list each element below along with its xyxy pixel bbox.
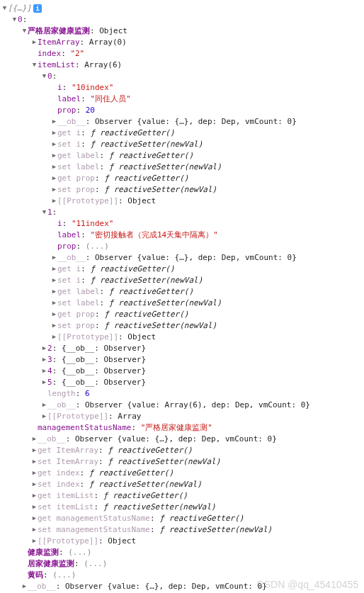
object-accessor[interactable]: get index: ƒ reactiveGetter() <box>1 468 364 479</box>
object-ob[interactable]: __ob__: Observer {value: {…}, dep: Dep, … <box>1 434 364 445</box>
disclosure-triangle-icon[interactable] <box>41 410 47 422</box>
item-accessor[interactable]: get prop: ƒ reactiveGetter() <box>1 173 364 184</box>
disclosure-triangle-icon[interactable] <box>31 501 38 512</box>
item-prop: prop: 20 <box>1 105 364 116</box>
object-accessor[interactable]: set managementStatusName: ƒ reactiveSett… <box>1 524 364 536</box>
disclosure-triangle-icon[interactable] <box>51 308 57 320</box>
disclosure-triangle-icon[interactable] <box>41 376 47 388</box>
disclosure-triangle-icon[interactable] <box>31 59 38 70</box>
disclosure-triangle-icon[interactable] <box>51 172 57 183</box>
prop-index: index: "2" <box>1 48 364 60</box>
itemlist-ob[interactable]: __ob__: Observer {value: Array(6), dep: … <box>1 400 364 411</box>
item-ob[interactable]: __ob__: Observer {value: {…}, dep: Dep, … <box>1 252 364 264</box>
disclosure-triangle-icon[interactable] <box>51 195 57 206</box>
item-accessor[interactable]: get i: ƒ reactiveGetter() <box>1 128 364 139</box>
disclosure-triangle-icon[interactable] <box>31 490 38 501</box>
item-accessor[interactable]: get label: ƒ reactiveGetter() <box>1 286 364 298</box>
disclosure-triangle-icon[interactable] <box>51 286 57 297</box>
disclosure-triangle-icon[interactable] <box>51 263 57 274</box>
object-accessor[interactable]: set itemList: ƒ reactiveSetter(newVal) <box>1 502 364 513</box>
disclosure-triangle-icon[interactable] <box>31 36 38 47</box>
disclosure-triangle-icon[interactable] <box>51 127 57 138</box>
disclosure-triangle-icon[interactable] <box>41 70 47 81</box>
item-ob[interactable]: __ob__: Observer {value: {…}, dep: Dep, … <box>1 116 364 128</box>
item-accessor[interactable]: set label: ƒ reactiveSetter(newVal) <box>1 162 364 173</box>
info-icon[interactable]: i <box>33 4 42 13</box>
itemlist-length: length: 6 <box>1 388 364 400</box>
item-accessor[interactable]: get label: ƒ reactiveGetter() <box>1 150 364 162</box>
item-accessor[interactable]: get prop: ƒ reactiveGetter() <box>1 309 364 320</box>
disclosure-triangle-icon[interactable] <box>51 161 57 172</box>
console-object-tree: [{…}]i0:严格居家健康监测: ObjectItemArray: Array… <box>1 3 364 592</box>
object-prototype[interactable]: [[Prototype]]: Object <box>1 536 364 547</box>
disclosure-triangle-icon[interactable] <box>31 444 38 456</box>
disclosure-triangle-icon[interactable] <box>31 456 38 467</box>
prop-managementstatusname: managementStatusName: "严格居家健康监测" <box>1 422 364 434</box>
sibling-getter[interactable]: 居家健康监测: (...) <box>1 558 364 570</box>
item-label: label: "同住人员" <box>1 94 364 105</box>
disclosure-triangle-icon[interactable] <box>51 115 57 127</box>
itemlist-index-2[interactable]: 2: {__ob__: Observer} <box>1 343 364 354</box>
itemlist-index-5[interactable]: 5: {__ob__: Observer} <box>1 377 364 388</box>
object-accessor[interactable]: set index: ƒ reactiveSetter(newVal) <box>1 479 364 490</box>
array-index-0[interactable]: 0: <box>1 14 364 26</box>
item-prototype[interactable]: [[Prototype]]: Object <box>1 332 364 343</box>
item-accessor[interactable]: set label: ƒ reactiveSetter(newVal) <box>1 298 364 309</box>
disclosure-triangle-icon[interactable] <box>51 183 57 195</box>
item-accessor[interactable]: set i: ƒ reactiveSetter(newVal) <box>1 139 364 150</box>
disclosure-triangle-icon[interactable] <box>51 331 57 342</box>
itemlist-index-3[interactable]: 3: {__ob__: Observer} <box>1 354 364 366</box>
disclosure-triangle-icon[interactable] <box>41 206 47 218</box>
disclosure-triangle-icon[interactable] <box>51 297 57 308</box>
disclosure-triangle-icon[interactable] <box>31 433 38 444</box>
disclosure-triangle-icon[interactable] <box>41 354 47 365</box>
item-prop[interactable]: prop: (...) <box>1 241 364 252</box>
sibling-getter[interactable]: 健康监测: (...) <box>1 547 364 558</box>
disclosure-triangle-icon[interactable] <box>31 524 38 535</box>
disclosure-triangle-icon[interactable] <box>21 580 28 592</box>
watermark: CSDN @qq_45410455 <box>257 579 358 590</box>
itemlist-index-0[interactable]: 0: <box>1 71 364 82</box>
disclosure-triangle-icon[interactable] <box>51 252 57 263</box>
itemlist-prototype[interactable]: [[Prototype]]: Array <box>1 411 364 422</box>
item-i: i: "10index" <box>1 82 364 94</box>
object-accessor[interactable]: get ItemArray: ƒ reactiveGetter() <box>1 445 364 456</box>
item-i: i: "11index" <box>1 218 364 230</box>
prop-itemarray[interactable]: ItemArray: Array(0) <box>1 37 364 48</box>
object-header[interactable]: 严格居家健康监测: Object <box>1 26 364 37</box>
disclosure-triangle-icon[interactable] <box>51 274 57 286</box>
disclosure-triangle-icon[interactable] <box>51 138 57 149</box>
disclosure-triangle-icon[interactable] <box>1 2 8 13</box>
object-accessor[interactable]: set ItemArray: ƒ reactiveSetter(newVal) <box>1 456 364 468</box>
item-label: label: "密切接触者（完成14天集中隔离）" <box>1 230 364 241</box>
disclosure-triangle-icon[interactable] <box>41 399 47 410</box>
item-accessor[interactable]: set prop: ƒ reactiveSetter(newVal) <box>1 184 364 196</box>
disclosure-triangle-icon[interactable] <box>11 13 18 25</box>
item-accessor[interactable]: set prop: ƒ reactiveSetter(newVal) <box>1 320 364 332</box>
root-array[interactable]: [{…}]i <box>1 3 364 14</box>
disclosure-triangle-icon[interactable] <box>51 149 57 161</box>
itemlist-index-4[interactable]: 4: {__ob__: Observer} <box>1 366 364 377</box>
disclosure-triangle-icon[interactable] <box>31 478 38 490</box>
disclosure-triangle-icon[interactable] <box>41 365 47 376</box>
object-accessor[interactable]: get itemList: ƒ reactiveGetter() <box>1 490 364 502</box>
item-accessor[interactable]: set i: ƒ reactiveSetter(newVal) <box>1 275 364 286</box>
disclosure-triangle-icon[interactable] <box>51 320 57 331</box>
object-accessor[interactable]: get managementStatusName: ƒ reactiveGett… <box>1 513 364 524</box>
disclosure-triangle-icon[interactable] <box>31 512 38 524</box>
item-accessor[interactable]: get i: ƒ reactiveGetter() <box>1 264 364 275</box>
item-prototype[interactable]: [[Prototype]]: Object <box>1 196 364 207</box>
disclosure-triangle-icon[interactable] <box>21 25 28 36</box>
disclosure-triangle-icon[interactable] <box>41 342 47 354</box>
disclosure-triangle-icon[interactable] <box>31 467 38 478</box>
prop-itemlist[interactable]: itemList: Array(6) <box>1 60 364 71</box>
disclosure-triangle-icon[interactable] <box>31 535 38 546</box>
itemlist-index-1[interactable]: 1: <box>1 207 364 218</box>
